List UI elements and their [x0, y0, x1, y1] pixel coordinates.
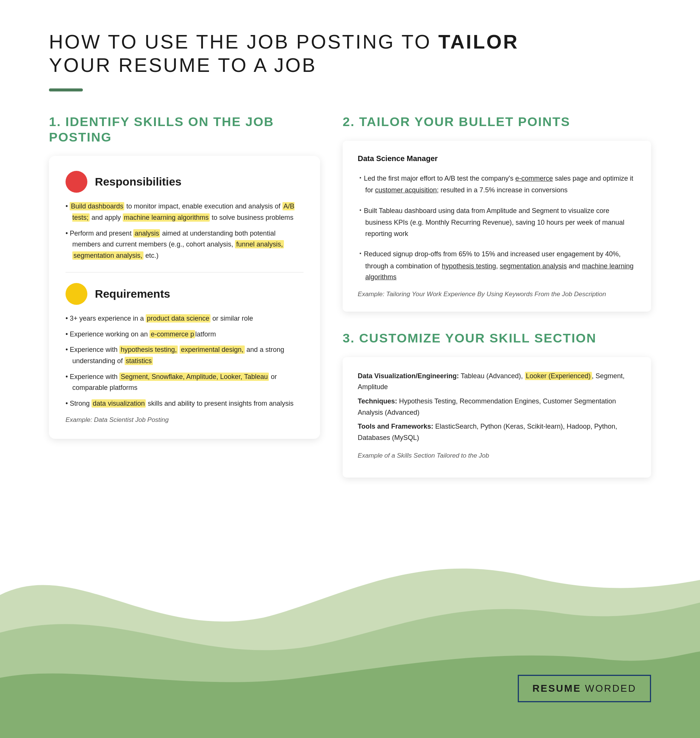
highlight-statistics: statistics	[125, 357, 153, 365]
right-column: 2. TAILOR YOUR BULLET POINTS Data Scienc…	[343, 114, 651, 478]
section1-example: Example: Data Scientist Job Posting	[66, 416, 303, 424]
card-divider	[66, 272, 303, 272]
section3-header: 3. CUSTOMIZE YOUR SKILL SECTION	[343, 330, 651, 346]
requirements-label: Requirements	[95, 288, 170, 300]
section3-example: Example of a Skills Section Tailored to …	[358, 450, 636, 461]
two-column-layout: 1. IDENTIFY SKILLS ON THE JOB POSTING Re…	[49, 114, 651, 478]
brand-bold: RESUME	[532, 683, 581, 694]
req-bullet-5: • Strong data visualization skills and a…	[66, 398, 303, 409]
underline-customer-acquisition: customer acquisition	[375, 186, 437, 194]
req-bullet-1: • 3+ years experience in a product data …	[66, 313, 303, 324]
highlight-build-dashboards: Build dashboards	[70, 202, 124, 210]
requirements-icon	[66, 283, 87, 305]
bullet-points-card: Data Science Manager Led the first major…	[343, 141, 651, 312]
page-wrapper: HOW TO USE THE JOB POSTING TO TAILOR YOU…	[0, 0, 700, 738]
responsibilities-label: Responsibilities	[95, 175, 181, 188]
background-wave	[0, 520, 700, 738]
skills-label-3: Tools and Frameworks:	[358, 423, 433, 430]
highlight-product-data-science: product data science	[146, 314, 210, 323]
resume-bullet-2: Built Tableau dashboard using data from …	[358, 204, 636, 240]
brand-text: RESUME WORDED	[532, 683, 636, 694]
highlight-hypothesis-testing: hypothesis testing,	[119, 345, 178, 354]
title-divider	[49, 88, 83, 91]
skills-line-1: Data Visualization/Engineering: Tableau …	[358, 371, 636, 393]
main-content: HOW TO USE THE JOB POSTING TO TAILOR YOU…	[0, 0, 700, 500]
req-bullet-2: • Experience working on an e-commerce pl…	[66, 329, 303, 340]
section2-example: Example: Tailoring Your Work Experience …	[358, 291, 636, 298]
brand-box: RESUME WORDED	[518, 675, 651, 702]
skills-line-3: Tools and Frameworks: ElasticSearch, Pyt…	[358, 421, 636, 443]
section1-header: 1. IDENTIFY SKILLS ON THE JOB POSTING	[49, 114, 320, 145]
highlight-analysis: analysis	[133, 229, 160, 237]
highlight-ml-algorithms: machine learning algorithms	[123, 213, 210, 222]
responsibilities-icon	[66, 171, 87, 193]
left-column: 1. IDENTIFY SKILLS ON THE JOB POSTING Re…	[49, 114, 320, 458]
highlight-experimental-design: experimental design,	[180, 345, 244, 354]
highlight-ecommerce: e-commerce p	[149, 330, 195, 338]
resp-bullet-2: • Perform and present analysis aimed at …	[66, 228, 303, 262]
section2-header: 2. TAILOR YOUR BULLET POINTS	[343, 114, 651, 129]
skills-label-2: Techniques:	[358, 397, 397, 405]
skills-label-1: Data Visualization/Engineering:	[358, 372, 459, 380]
requirements-row: Requirements	[66, 283, 303, 305]
resume-bullet-1: Led the first major effort to A/B test t…	[358, 171, 636, 196]
highlight-looker: Looker (Experienced)	[525, 372, 592, 380]
highlight-tools: Segment, Snowflake, Amplitude, Looker, T…	[119, 373, 269, 381]
resume-bullets: Led the first major effort to A/B test t…	[358, 171, 636, 283]
responsibilities-body: • Build dashboards to monitor impact, en…	[66, 201, 303, 261]
underline-segmentation: segmentation analysis	[500, 262, 567, 270]
job-posting-card: Responsibilities • Build dashboards to m…	[49, 156, 320, 438]
resume-job-title: Data Science Manager	[358, 154, 636, 163]
skills-line-2: Techniques: Hypothesis Testing, Recommen…	[358, 396, 636, 418]
highlight-funnel-analysis: funnel analysis,	[235, 240, 284, 248]
highlight-data-visualization: data visualization	[92, 399, 146, 408]
underline-hypothesis: hypothesis testing	[442, 262, 496, 270]
req-bullet-3: • Experience with hypothesis testing, ex…	[66, 344, 303, 367]
highlight-segmentation-analysis: segmentation analysis,	[72, 251, 143, 260]
page-title: HOW TO USE THE JOB POSTING TO TAILOR YOU…	[49, 30, 651, 77]
resume-bullet-3: Reduced signup drop-offs from 65% to 15%…	[358, 247, 636, 283]
req-bullet-4: • Experience with Segment, Snowflake, Am…	[66, 371, 303, 394]
requirements-body: • 3+ years experience in a product data …	[66, 313, 303, 409]
skills-card: Data Visualization/Engineering: Tableau …	[343, 357, 651, 478]
resp-bullet-1: • Build dashboards to monitor impact, en…	[66, 201, 303, 223]
underline-ecommerce: e-commerce	[515, 175, 553, 182]
brand-normal: WORDED	[581, 683, 636, 694]
responsibilities-row: Responsibilities	[66, 171, 303, 193]
